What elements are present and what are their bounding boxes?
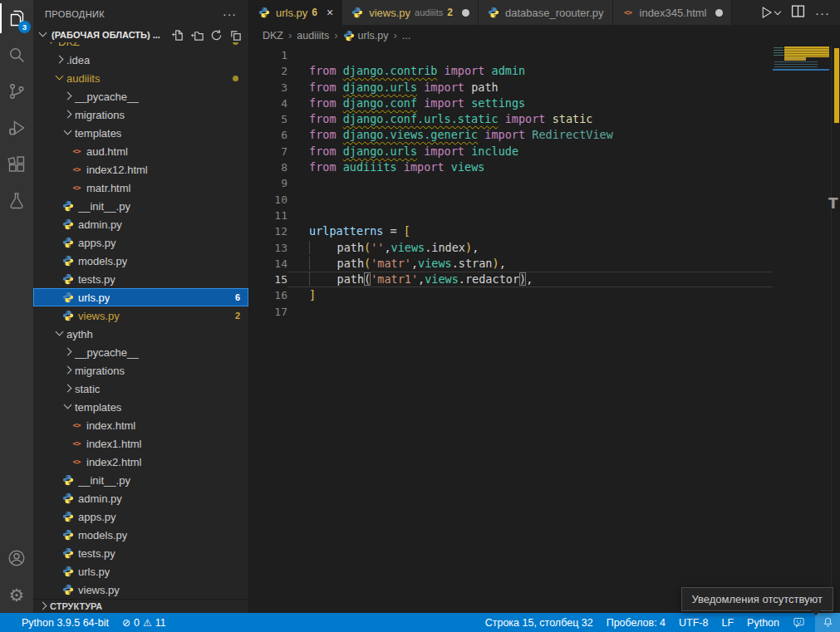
code-line-11[interactable]: 11 [249, 208, 773, 223]
more-actions-button[interactable]: ··· [815, 6, 830, 20]
tree-item-audiiits[interactable]: audiiits [33, 69, 248, 87]
workspace-section-header[interactable]: (РАБОЧАЯ ОБЛАСТЬ) ... [33, 27, 248, 42]
tree-item-admin.py[interactable]: admin.py [33, 215, 248, 233]
code-line-15[interactable]: 15 path('matr1',views.redactor), [249, 272, 773, 287]
chevron-down-icon[interactable] [774, 9, 781, 16]
status-python-version[interactable]: Python 3.9.5 64-bit [22, 617, 109, 629]
notifications-bell-button[interactable] [815, 613, 840, 632]
collapse-folders-icon[interactable] [229, 29, 242, 42]
activity-account-icon[interactable] [0, 540, 33, 576]
code-line-9[interactable]: 9 [249, 175, 773, 191]
tree-item-.idea[interactable]: .idea [33, 51, 248, 69]
code-line-13[interactable]: 13 path('',views.index), [249, 240, 773, 256]
problems-badge: 6 [235, 292, 240, 302]
activity-extensions-icon[interactable] [0, 146, 33, 183]
dirty-dot-icon[interactable] [715, 9, 723, 17]
tab-index345.html[interactable]: <>index345.html [613, 0, 733, 25]
breadcrumb-item-DKZ[interactable]: DKZ [263, 30, 283, 42]
tab-urls.py[interactable]: urls.py6× [249, 0, 342, 25]
split-editor-button[interactable] [791, 4, 805, 22]
code-line-12[interactable]: 12urlpatterns = [ [249, 223, 773, 239]
breadcrumb-item-audiiits[interactable]: audiiits [297, 30, 329, 42]
tree-item-apps.py[interactable]: apps.py [33, 233, 248, 252]
code-line-2[interactable]: 2from django.contrib import admin [249, 63, 773, 79]
scrollbar-artifact: T [828, 195, 838, 212]
code-line-14[interactable]: 14 path('matr',views.stran), [249, 256, 773, 272]
code-line-16[interactable]: 16] [249, 287, 773, 303]
html-file-icon: <> [621, 6, 635, 19]
status-indentation[interactable]: Пробелов: 4 [607, 617, 666, 629]
status-encoding[interactable]: UTF-8 [679, 617, 708, 629]
tree-item-__init__.py[interactable]: __init__.py [33, 471, 248, 489]
tree-item-models.py[interactable]: models.py [33, 252, 248, 270]
sidebar-title: ПРОВОДНИК [45, 9, 105, 19]
breadcrumb-separator: › [393, 29, 396, 42]
sidebar-more-icon[interactable]: ··· [223, 7, 237, 21]
tree-item-static[interactable]: static [33, 380, 248, 398]
breadcrumb-item-...[interactable]: ... [402, 30, 410, 42]
code-line-1[interactable]: 1 [249, 47, 773, 63]
dirty-dot-icon[interactable] [462, 9, 469, 17]
tree-item-migrations[interactable]: migrations [33, 361, 248, 380]
status-problems[interactable]: ⊘ 0 ⚠ 11 [122, 617, 166, 629]
code-line-7[interactable]: 7from django.urls import include [249, 144, 773, 159]
new-folder-icon[interactable] [191, 29, 204, 42]
tree-item-views.py[interactable]: views.py2 [33, 306, 248, 325]
tree-item-index.html[interactable]: <>index.html [33, 416, 248, 434]
tab-database_roouter.py[interactable]: database_roouter.py [479, 0, 613, 25]
tree-item-matr.html[interactable]: <>matr.html [33, 179, 248, 197]
tree-item-tests.py[interactable]: tests.py [33, 544, 248, 562]
feedback-button[interactable] [793, 616, 805, 629]
minimap[interactable] [773, 46, 831, 613]
tree-item-aud.html[interactable]: <>aud.html [33, 142, 248, 160]
gear-icon: ⚙ [9, 586, 25, 604]
run-python-file-button[interactable] [759, 5, 781, 20]
tree-item-templates[interactable]: templates [33, 124, 248, 142]
breadcrumb-item-urls.py[interactable]: urls.py [343, 30, 389, 42]
code-line-6[interactable]: 6from django.views.generic import Redire… [249, 127, 773, 143]
code-line-10[interactable]: 10 [249, 192, 773, 208]
outline-section-header[interactable]: СТРУКТУРА [33, 599, 248, 613]
refresh-icon[interactable] [210, 29, 223, 42]
status-language-mode[interactable]: Python [747, 617, 779, 629]
tree-item-index12.html[interactable]: <>index12.html [33, 160, 248, 179]
status-eol[interactable]: LF [721, 617, 734, 629]
activity-source-control-icon[interactable] [0, 73, 33, 110]
code-line-3[interactable]: 3from django.urls import path [249, 80, 773, 96]
close-icon[interactable]: × [327, 6, 333, 19]
activity-search-icon[interactable] [0, 37, 33, 73]
tree-item-apps.py[interactable]: apps.py [33, 507, 248, 526]
tree-item-DKZ[interactable]: DKZ [33, 42, 248, 51]
line-number: 14 [249, 256, 287, 272]
tree-item-__pycache__[interactable]: __pycache__ [33, 343, 248, 361]
activity-run-and-debug-icon[interactable] [0, 110, 33, 146]
tree-item-views.py[interactable]: views.py [33, 581, 248, 599]
tab-views.py[interactable]: views.pyaudiiits2 [342, 0, 479, 25]
new-file-icon[interactable] [172, 29, 184, 42]
activity-settings-icon[interactable]: ⚙ [0, 576, 33, 613]
tree-item-__pycache__[interactable]: __pycache__ [33, 87, 248, 105]
activity-testing-icon[interactable] [0, 183, 33, 219]
code-line-8[interactable]: 8from audiiits import views [249, 159, 773, 175]
tree-item-urls.py[interactable]: urls.py6 [33, 288, 248, 306]
tree-item-admin.py[interactable]: admin.py [33, 489, 248, 507]
tree-item-index1.html[interactable]: <>index1.html [33, 434, 248, 453]
code-editor[interactable]: 12from django.contrib import admin3from … [249, 46, 840, 613]
tree-item-migrations[interactable]: migrations [33, 105, 248, 124]
tree-item-tests.py[interactable]: tests.py [33, 270, 248, 288]
tree-item-urls.py[interactable]: urls.py [33, 562, 248, 581]
tree-item-aythh[interactable]: aythh [33, 325, 248, 343]
editor-scrollbar[interactable]: T [831, 46, 840, 613]
activity-explorer-icon[interactable]: 3 [0, 0, 33, 37]
code-line-4[interactable]: 4from django.conf import settings [249, 96, 773, 111]
tree-item-templates[interactable]: templates [33, 398, 248, 416]
vscode-window: 3⚙ ПРОВОДНИК ··· (РАБОЧАЯ ОБЛАСТЬ) ... [0, 0, 840, 632]
code-line-5[interactable]: 5from django.conf.urls.static import sta… [249, 111, 773, 127]
editor-group: urls.py6×views.pyaudiiits2database_roout… [249, 0, 840, 613]
tree-item-__init__.py[interactable]: __init__.py [33, 197, 248, 215]
code-line-17[interactable]: 17 [249, 304, 773, 320]
tree-item-index2.html[interactable]: <>index2.html [33, 453, 248, 471]
tree-item-models.py[interactable]: models.py [33, 526, 248, 544]
status-cursor-position[interactable]: Строка 15, столбец 32 [485, 617, 593, 629]
python-file-icon [61, 492, 75, 505]
